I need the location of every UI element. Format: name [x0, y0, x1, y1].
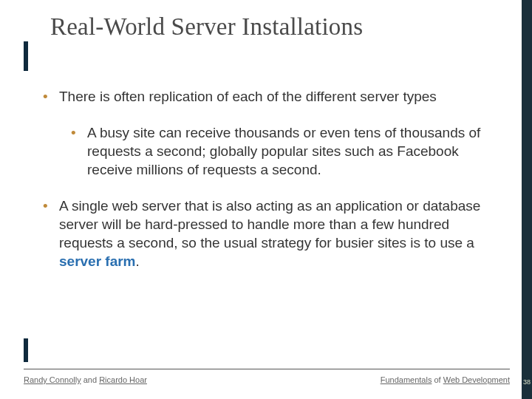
- slide-title: Real-World Server Installations: [0, 0, 532, 41]
- bullet-level1: • There is often replication of each of …: [43, 87, 502, 106]
- footer-divider: [24, 369, 510, 369]
- accent-bar-top: [24, 41, 28, 71]
- slide: Real-World Server Installations • There …: [0, 0, 532, 399]
- bullet-icon: •: [43, 197, 59, 270]
- bullet-icon: •: [71, 123, 87, 179]
- bullet-text: There is often replication of each of th…: [59, 87, 502, 106]
- bullet-text: A single web server that is also acting …: [59, 197, 502, 270]
- term-server-farm: server farm: [59, 253, 136, 269]
- bullet-level1: • A single web server that is also actin…: [43, 197, 502, 270]
- book-part-2: Web Development: [443, 375, 510, 384]
- page-number: 38: [523, 378, 531, 386]
- bullet-level2: • A busy site can receive thousands or e…: [43, 123, 502, 179]
- footer-book: Fundamentals of Web Development: [381, 375, 510, 384]
- author-2: Ricardo Hoar: [99, 375, 147, 384]
- book-joiner: of: [432, 375, 443, 384]
- book-part-1: Fundamentals: [381, 375, 432, 384]
- page-number-strip: 38: [522, 0, 532, 399]
- bullet-text-pre: A single web server that is also acting …: [59, 198, 480, 250]
- footer-authors: Randy Connolly and Ricardo Hoar: [24, 375, 147, 384]
- author-joiner: and: [81, 375, 99, 384]
- bullet-text: A busy site can receive thousands or eve…: [87, 123, 502, 179]
- bullet-text-post: .: [136, 253, 140, 269]
- accent-bar-bottom: [24, 338, 28, 362]
- author-1: Randy Connolly: [24, 375, 81, 384]
- content-area: • There is often replication of each of …: [43, 87, 502, 281]
- bullet-icon: •: [43, 87, 59, 106]
